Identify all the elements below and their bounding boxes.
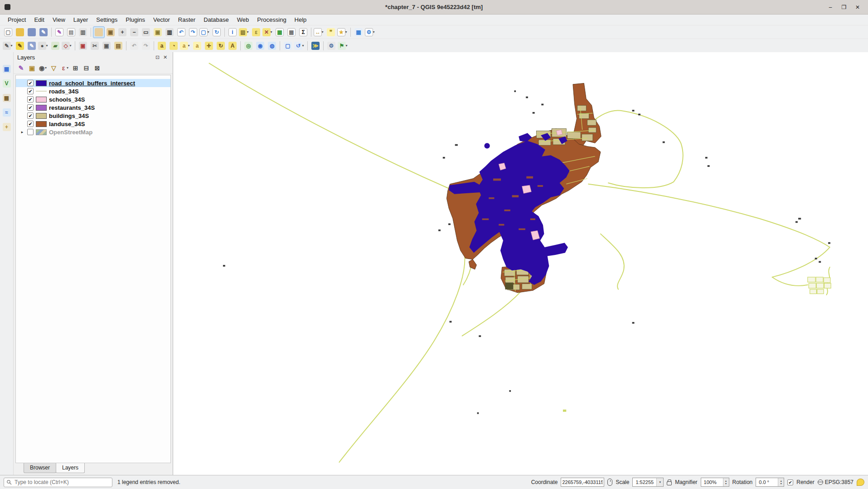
dropdown-arrow-icon[interactable]: ▾ — [269, 30, 273, 34]
dropdown-arrow-icon[interactable]: ▾ — [187, 44, 191, 48]
cut-features-button[interactable]: ✂ — [89, 40, 101, 52]
render-checkbox[interactable]: ✔ — [787, 479, 793, 485]
vertex-tool-button[interactable]: ◇▾ — [61, 40, 73, 52]
redo-button[interactable]: ↷ — [140, 40, 152, 52]
data-source-manager-button[interactable]: ▦ — [1, 63, 13, 75]
grass-tools-button[interactable]: ⚑▾ — [337, 40, 349, 52]
layout-manager-button[interactable]: ▥ — [77, 26, 89, 38]
zoom-next-button[interactable]: ↷ — [187, 26, 199, 38]
layer-visibility-checkbox[interactable]: ✔ — [27, 121, 34, 127]
menu-edit[interactable]: Edit — [30, 15, 48, 24]
collapse-all-button[interactable]: ⊟ — [81, 63, 92, 73]
nominatim-geocoder-button[interactable]: ◎ — [242, 40, 254, 52]
dropdown-arrow-icon[interactable]: ▾ — [10, 44, 14, 48]
menu-web[interactable]: Web — [233, 15, 253, 24]
move-label-button[interactable]: ✛ — [203, 40, 215, 52]
menu-view[interactable]: View — [48, 15, 69, 24]
python-console-button[interactable]: ≫ — [310, 40, 321, 52]
dropdown-arrow-icon[interactable]: ▾ — [45, 44, 49, 48]
copy-features-button[interactable]: ▣ — [101, 40, 112, 52]
menu-vector[interactable]: Vector — [149, 15, 174, 24]
processing-toolbox-button[interactable]: ⚙▾ — [364, 26, 376, 38]
minimize-button[interactable]: – — [824, 2, 837, 13]
new-map-view-button[interactable]: ▢▾ — [199, 26, 211, 38]
filter-by-expression-button[interactable]: ε▾ — [59, 63, 70, 73]
menu-layer[interactable]: Layer — [69, 15, 92, 24]
layer-visibility-checkbox[interactable]: ✔ — [27, 96, 34, 103]
lock-scale-icon[interactable] — [667, 481, 672, 485]
new-print-layout-button[interactable]: ▤ — [65, 26, 77, 38]
filter-legend-button[interactable]: ▽ — [48, 63, 59, 73]
new-bookmark-button[interactable]: ★▾ — [337, 26, 349, 38]
close-panel-icon[interactable]: ✕ — [161, 54, 169, 61]
current-edits-button[interactable]: ✎▾ — [2, 40, 14, 52]
layer-row[interactable]: ▸OpenStreetMap — [16, 128, 170, 136]
dropdown-arrow-icon[interactable]: ▾ — [301, 44, 305, 48]
dropdown-arrow-icon[interactable]: ▾ — [320, 30, 325, 34]
open-project-button[interactable] — [14, 26, 26, 38]
new-3d-map-button[interactable]: ▦ — [353, 26, 364, 38]
scale-combo[interactable]: 1:52255 ▾ — [632, 478, 664, 487]
magnifier-spin[interactable]: 100% ▴ ▾ — [701, 478, 729, 487]
spin-down-icon[interactable]: ▾ — [781, 482, 782, 485]
change-label-button[interactable]: A — [227, 40, 238, 52]
layer-row[interactable]: ✔buildings_34S — [16, 112, 170, 120]
add-polygon-feature-button[interactable]: ▰ — [49, 40, 61, 52]
layer-row[interactable]: ✔schools_34S — [16, 95, 170, 103]
menu-project[interactable]: Project — [4, 15, 30, 24]
maximize-button[interactable]: ❐ — [837, 2, 851, 13]
identify-features-button[interactable]: i — [227, 26, 238, 38]
dropdown-arrow-icon[interactable]: ▾ — [68, 44, 73, 48]
zoom-to-selection-button[interactable]: ▣ — [152, 26, 164, 38]
layer-row[interactable]: ✔roads_34S — [16, 87, 170, 95]
add-mesh-layer-button[interactable]: ≈ — [1, 107, 13, 118]
processing-gear-button[interactable]: ⚙ — [325, 40, 337, 52]
expand-all-button[interactable]: ⊞ — [70, 63, 81, 73]
dropdown-arrow-icon[interactable]: ▾ — [44, 66, 48, 70]
highlight-pinned-labels-button[interactable]: a — [191, 40, 203, 52]
refresh-map-button[interactable]: ↻ — [211, 26, 223, 38]
layer-row[interactable]: ✔road_school_buffers_intersect — [16, 79, 170, 87]
metasearch-button[interactable]: ◍ — [266, 40, 278, 52]
map-canvas[interactable] — [173, 52, 868, 475]
add-vector-layer-button[interactable]: V — [1, 78, 13, 89]
copy-style-button[interactable]: ▢ — [282, 40, 294, 52]
zoom-to-layer-button[interactable]: ▥ — [164, 26, 175, 38]
tab-layers[interactable]: Layers — [56, 463, 85, 473]
crs-button[interactable]: EPSG:3857 — [818, 479, 853, 485]
zoom-in-button[interactable]: + — [116, 26, 128, 38]
tab-browser[interactable]: Browser — [24, 463, 56, 473]
osm-place-search-button[interactable]: ◉ — [254, 40, 266, 52]
map-tips-button[interactable]: ❞ — [325, 26, 337, 38]
manage-map-themes-button[interactable]: ◉▾ — [38, 63, 48, 73]
rotation-spin[interactable]: 0.0 ° ▴ ▾ — [756, 478, 784, 487]
dropdown-arrow-icon[interactable]: ▾ — [206, 30, 210, 34]
layer-visibility-checkbox[interactable] — [27, 129, 34, 135]
dropdown-arrow-icon[interactable]: ▾ — [344, 30, 348, 34]
menu-raster[interactable]: Raster — [174, 15, 199, 24]
menu-database[interactable]: Database — [199, 15, 233, 24]
spin-arrows-icon[interactable]: ▴ ▾ — [778, 478, 784, 486]
dropdown-arrow-icon[interactable]: ▾ — [246, 30, 250, 34]
menu-plugins[interactable]: Plugins — [121, 15, 149, 24]
menu-settings[interactable]: Settings — [92, 15, 121, 24]
style-manager-button[interactable]: ✎ — [53, 26, 65, 38]
select-by-expression-button[interactable]: ε — [250, 26, 262, 38]
layer-visibility-checkbox[interactable]: ✔ — [27, 80, 34, 86]
open-layer-styling-button[interactable]: ✎ — [16, 63, 26, 73]
rotate-label-button[interactable]: ↻ — [215, 40, 227, 52]
zoom-full-button[interactable]: ▭ — [140, 26, 152, 38]
select-features-button[interactable]: ▨▾ — [238, 26, 250, 38]
save-project-as-button[interactable]: ✎ — [38, 26, 49, 38]
coordinate-input[interactable] — [561, 478, 604, 487]
map-history-button[interactable]: ↺▾ — [294, 40, 305, 52]
locator-input[interactable] — [14, 479, 110, 486]
layer-row[interactable]: ✔restaurants_34S — [16, 103, 170, 112]
dropdown-arrow-icon[interactable]: ▾ — [344, 44, 349, 48]
pan-map-button[interactable] — [93, 26, 105, 38]
expand-arrow-icon[interactable]: ▸ — [19, 130, 25, 134]
close-button[interactable]: ✕ — [851, 2, 864, 13]
digitize-with-segment-button[interactable]: ●▾ — [38, 40, 49, 52]
layer-labeling-button[interactable]: a — [156, 40, 168, 52]
remove-layer-button[interactable]: ⊠ — [92, 63, 102, 73]
